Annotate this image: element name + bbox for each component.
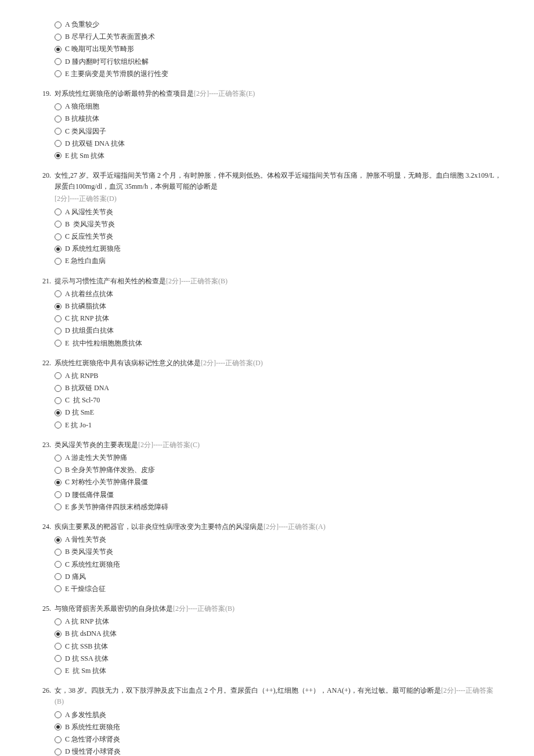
option-D[interactable]: D 抗 SSA 抗体	[55, 653, 501, 665]
radio-icon[interactable]	[55, 233, 62, 240]
radio-icon[interactable]	[55, 537, 62, 543]
radio-icon[interactable]	[55, 246, 62, 253]
option-E[interactable]: E 干燥综合征	[55, 583, 501, 595]
radio-icon[interactable]	[55, 340, 62, 347]
option-E[interactable]: E 抗 Sm 抗体	[55, 150, 501, 162]
option-D[interactable]: D 系统性红斑狼疮	[55, 243, 501, 255]
radio-icon[interactable]	[55, 372, 62, 379]
option-label: B 全身关节肿痛伴发热、皮疹	[65, 465, 155, 476]
radio-icon[interactable]	[55, 748, 62, 755]
option-D[interactable]: D 抗双链 DNA 抗体	[55, 138, 501, 150]
option-C[interactable]: C 系统性红斑狼疮	[55, 559, 501, 571]
question-meta: [2分]----正确答案(C)	[138, 441, 200, 449]
radio-icon[interactable]	[55, 70, 62, 77]
option-A[interactable]: A 游走性大关节肿痛	[55, 452, 501, 464]
option-D[interactable]: D 抗 SmE	[55, 406, 501, 419]
option-C[interactable]: C 抗 Scl-70	[55, 394, 501, 406]
radio-icon[interactable]	[55, 385, 62, 392]
option-B[interactable]: B 抗磷脂抗体	[55, 300, 501, 312]
option-B[interactable]: B 类风湿关节炎	[55, 546, 501, 558]
radio-icon[interactable]	[55, 573, 62, 580]
option-B[interactable]: B 全身关节肿痛伴发热、皮疹	[55, 464, 501, 476]
option-B[interactable]: B 抗双链 DNA	[55, 382, 501, 394]
option-label: C 抗 Scl-70	[65, 395, 100, 406]
radio-icon[interactable]	[55, 479, 62, 486]
radio-icon[interactable]	[55, 315, 62, 322]
option-C[interactable]: C 反应性关节炎	[55, 231, 501, 243]
radio-icon[interactable]	[55, 303, 62, 310]
radio-icon[interactable]	[55, 152, 62, 159]
radio-icon[interactable]	[55, 643, 62, 650]
option-C[interactable]: C 抗 SSB 抗体	[55, 640, 501, 653]
option-B[interactable]: B 尽早行人工关节表面置换术	[55, 31, 501, 43]
option-E[interactable]: E 抗中性粒细胞胞质抗体	[55, 337, 501, 350]
option-E[interactable]: E 抗 Jo-1	[55, 419, 501, 431]
option-E[interactable]: E 主要病变是关节滑膜的退行性变	[55, 68, 501, 80]
option-C[interactable]: C 类风湿因子	[55, 125, 501, 138]
radio-icon[interactable]	[55, 46, 62, 53]
option-label: D 抗 SmE	[65, 407, 94, 418]
option-D[interactable]: D 痛风	[55, 571, 501, 583]
option-A[interactable]: A 抗着丝点抗体	[55, 288, 501, 300]
radio-icon[interactable]	[55, 34, 62, 41]
radio-icon[interactable]	[55, 140, 62, 147]
radio-icon[interactable]	[55, 736, 62, 743]
option-D[interactable]: D 慢性肾小球肾炎	[55, 746, 501, 756]
radio-icon[interactable]	[55, 290, 62, 297]
radio-icon[interactable]	[55, 128, 62, 135]
radio-icon[interactable]	[55, 655, 62, 662]
question-stem: 女性,27 岁。双手近端指间关节痛 2 个月，有时肿胀，伴不规则低热。体检双手近…	[55, 170, 501, 192]
option-E[interactable]: E 多关节肿痛伴四肢末梢感觉障碍	[55, 501, 501, 513]
radio-icon[interactable]	[55, 467, 62, 474]
radio-icon[interactable]	[55, 711, 62, 718]
option-B[interactable]: B 系统性红斑狼疮	[55, 721, 501, 733]
radio-icon[interactable]	[55, 561, 62, 568]
radio-icon[interactable]	[55, 455, 62, 462]
option-B[interactable]: B 抗 dsDNA 抗体	[55, 628, 501, 640]
radio-icon[interactable]	[55, 668, 62, 675]
option-C[interactable]: C 急性肾小球肾炎	[55, 733, 501, 746]
option-C[interactable]: C 对称性小关节肿痛伴晨僵	[55, 476, 501, 488]
option-A[interactable]: A 抗 RNPB	[55, 370, 501, 382]
radio-icon[interactable]	[55, 631, 62, 638]
radio-icon[interactable]	[55, 503, 62, 510]
option-A[interactable]: A 负重较少	[55, 19, 501, 31]
option-A[interactable]: A 抗 RNP 抗体	[55, 615, 501, 628]
option-C[interactable]: C 抗 RNP 抗体	[55, 312, 501, 325]
radio-icon[interactable]	[55, 208, 62, 215]
question-number: 20.	[33, 170, 55, 181]
radio-icon[interactable]	[55, 103, 62, 110]
option-B[interactable]: B 类风湿关节炎	[55, 218, 501, 231]
option-D[interactable]: D 膝内翻时可行软组织松解	[55, 56, 501, 68]
option-B[interactable]: B 抗核抗体	[55, 113, 501, 125]
option-label: B 类风湿关节炎	[65, 219, 115, 230]
radio-icon[interactable]	[55, 58, 62, 65]
radio-icon[interactable]	[55, 549, 62, 556]
radio-icon[interactable]	[55, 409, 62, 416]
option-C[interactable]: C 晚期可出现关节畸形	[55, 43, 501, 55]
option-A[interactable]: A 多发性肌炎	[55, 709, 501, 721]
radio-icon[interactable]	[55, 723, 62, 730]
radio-icon[interactable]	[55, 258, 62, 265]
radio-icon[interactable]	[55, 585, 62, 592]
radio-icon[interactable]	[55, 422, 62, 429]
radio-icon[interactable]	[55, 21, 62, 28]
option-label: D 痛风	[65, 571, 86, 582]
radio-icon[interactable]	[55, 397, 62, 404]
option-label: A 狼疮细胞	[65, 101, 99, 112]
option-D[interactable]: D 抗组蛋白抗体	[55, 325, 501, 337]
option-A[interactable]: A 风湿性关节炎	[55, 206, 501, 218]
option-E[interactable]: E 抗 Sm 抗体	[55, 665, 501, 677]
option-E[interactable]: E 急性白血病	[55, 255, 501, 267]
option-A[interactable]: A 骨性关节炎	[55, 534, 501, 546]
radio-icon[interactable]	[55, 116, 62, 123]
option-A[interactable]: A 狼疮细胞	[55, 100, 501, 113]
radio-icon[interactable]	[55, 491, 62, 498]
radio-icon[interactable]	[55, 221, 62, 228]
radio-icon[interactable]	[55, 327, 62, 334]
options-list: A 骨性关节炎B 类风湿关节炎C 系统性红斑狼疮D 痛风E 干燥综合征	[55, 534, 501, 595]
radio-icon[interactable]	[55, 618, 62, 625]
option-D[interactable]: D 腰低痛伴晨僵	[55, 489, 501, 501]
question-number: 22.	[33, 358, 55, 369]
option-label: B 尽早行人工关节表面置换术	[65, 31, 155, 42]
